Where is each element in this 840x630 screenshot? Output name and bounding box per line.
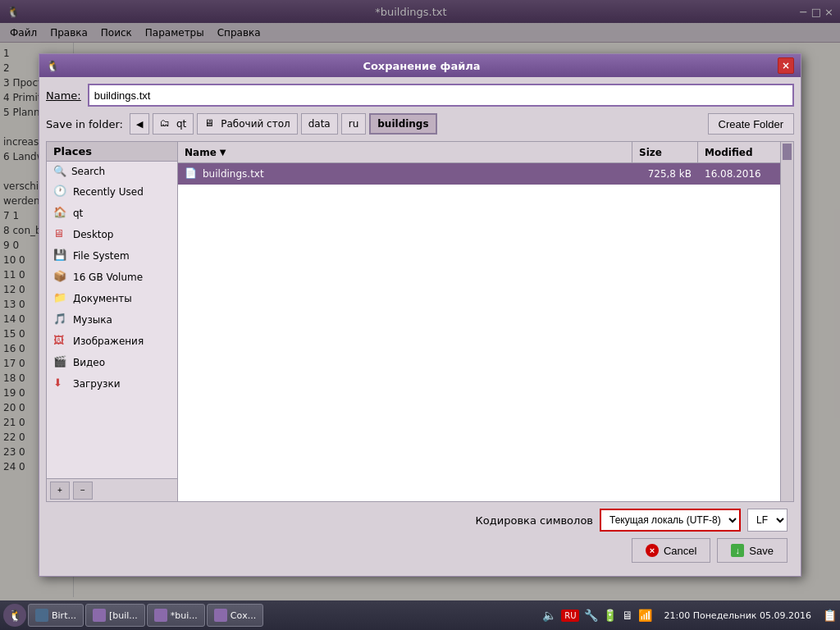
start-btn[interactable]: 🐧 [3,604,26,627]
main-area: Places Search Recently Used qt [46,141,794,502]
places-footer: + − [47,478,177,501]
col-name-header[interactable]: Name ▼ [178,142,632,162]
desktop-icon-places [53,227,68,242]
folder-icon: 🗂 [160,117,173,130]
clock-icon [53,185,68,199]
dialog-title: Сохранение файла [66,60,778,72]
col-size-header[interactable]: Size [632,142,698,162]
buttons-row: × Cancel ↓ Save [46,538,794,569]
usb-icon [53,270,68,285]
music-icon [53,313,68,327]
cancel-icon: × [646,544,659,557]
desktop-icon: 🖥 [204,117,217,130]
places-item-video[interactable]: Видео [47,352,177,373]
places-panel: Places Search Recently Used qt [47,142,178,501]
save-dialog: 🐧 Сохранение файла × Name: Save in folde… [39,53,801,577]
places-recent-label: Recently Used [73,186,144,198]
places-desktop-label: Desktop [73,229,114,240]
speaker-icon[interactable]: 🔈 [542,609,556,622]
breadcrumb-qt[interactable]: 🗂 qt [153,113,194,135]
breadcrumb-buildings[interactable]: buildings [369,113,436,135]
cancel-btn[interactable]: × Cancel [632,538,710,563]
name-row: Name: [46,84,794,107]
path-row: Save in folder: ◀ 🗂 qt 🖥 Рабочий стол da… [46,113,794,135]
battery-icon: 🔋 [603,609,617,622]
col-modified-header[interactable]: Modified [698,142,780,162]
table-row[interactable]: buildings.txt 725,8 kB 16.08.2016 [178,163,780,185]
places-filesystem-label: File System [73,250,130,262]
places-add-btn[interactable]: + [50,482,70,500]
dialog-body: Name: Save in folder: ◀ 🗂 qt 🖥 Рабочий с… [39,77,801,576]
places-images-label: Изображения [73,336,144,347]
places-item-recent[interactable]: Recently Used [47,181,177,203]
name-label: Name: [46,89,81,102]
encoding-select[interactable]: Текущая локаль (UTF-8) [600,509,741,532]
places-item-16gb[interactable]: 16 GB Volume [47,267,177,288]
places-item-qt[interactable]: qt [47,203,177,224]
save-icon: ↓ [731,544,744,557]
taskbar-right: 🔈 RU 🔧 🔋 🖥 📶 21:00 Понедельник 05.09.201… [542,609,837,622]
taskbar-clock: 21:00 Понедельник 05.09.2016 [657,610,818,621]
places-item-filesystem[interactable]: File System [47,245,177,267]
breadcrumb-desktop[interactable]: 🖥 Рабочий стол [197,113,297,135]
filename-input[interactable] [88,84,794,107]
dialog-app-icon: 🐧 [46,60,59,72]
breadcrumb-buildings-label: buildings [377,118,428,130]
files-header: Name ▼ Size Modified [178,142,780,163]
col-name-arrow: ▼ [220,148,226,157]
dialog-titlebar: 🐧 Сохранение файла × [39,54,801,77]
places-list: Search Recently Used qt Desktop [47,162,177,478]
breadcrumb-ru[interactable]: ru [341,113,367,135]
col-modified-label: Modified [705,147,753,158]
breadcrumb-qt-label: qt [176,118,186,130]
dialog-close-btn[interactable]: × [778,57,794,74]
encoding-label: Кодировка символов [476,514,593,527]
save-label: Save [749,545,774,557]
scrollbar-thumb[interactable] [783,144,792,160]
taskbar: 🐧 Birt... [buil... *bui... Сох... 🔈 RU 🔧… [0,600,840,630]
places-search-label: Search [71,166,105,177]
taskbar-app-1[interactable]: [buil... [85,604,145,627]
downloads-icon [53,377,68,391]
notifications-icon[interactable]: 📋 [823,609,837,622]
docs-icon [53,291,68,306]
places-downloads-label: Загрузки [73,378,121,390]
places-docs-label: Документы [73,293,132,304]
dialog-overlay: 🐧 Сохранение файла × Name: Save in folde… [0,0,840,630]
places-item-downloads[interactable]: Загрузки [47,373,177,395]
lf-select[interactable]: LF [747,509,788,532]
lang-flag[interactable]: RU [561,609,579,622]
places-video-label: Видео [73,357,105,368]
places-music-label: Музыка [73,314,112,326]
places-item-music[interactable]: Музыка [47,309,177,331]
path-back-btn[interactable]: ◀ [130,113,149,135]
video-icon [53,355,68,370]
tools-icon[interactable]: 🔧 [584,609,598,622]
places-item-search[interactable]: Search [47,162,177,181]
create-folder-btn[interactable]: Create Folder [708,113,794,135]
col-name-label: Name [185,147,217,158]
breadcrumb-data[interactable]: data [301,113,338,135]
taskbar-icon-3 [214,609,227,622]
places-item-desktop[interactable]: Desktop [47,224,177,245]
files-list: buildings.txt 725,8 kB 16.08.2016 [178,163,780,501]
taskbar-app-2[interactable]: *bui... [147,604,205,627]
file-name-label: buildings.txt [203,168,264,180]
places-remove-btn[interactable]: − [73,482,93,500]
places-header: Places [47,142,177,162]
places-item-images[interactable]: Изображения [47,331,177,352]
taskbar-label-1: [buil... [109,610,138,621]
taskbar-app-3[interactable]: Сох... [207,604,263,627]
places-qt-label: qt [73,208,83,219]
network-icon: 📶 [638,609,652,622]
taskbar-icon-2 [154,609,167,622]
save-in-label: Save in folder: [46,118,123,130]
file-modified-cell: 16.08.2016 [698,168,780,180]
taskbar-app-0[interactable]: Birt... [28,604,84,627]
save-btn[interactable]: ↓ Save [717,538,788,563]
breadcrumb-desktop-label: Рабочий стол [221,118,290,130]
cancel-label: Cancel [664,545,696,557]
places-item-docs[interactable]: Документы [47,288,177,309]
files-scrollbar[interactable] [780,142,793,501]
breadcrumb-data-label: data [308,118,331,130]
